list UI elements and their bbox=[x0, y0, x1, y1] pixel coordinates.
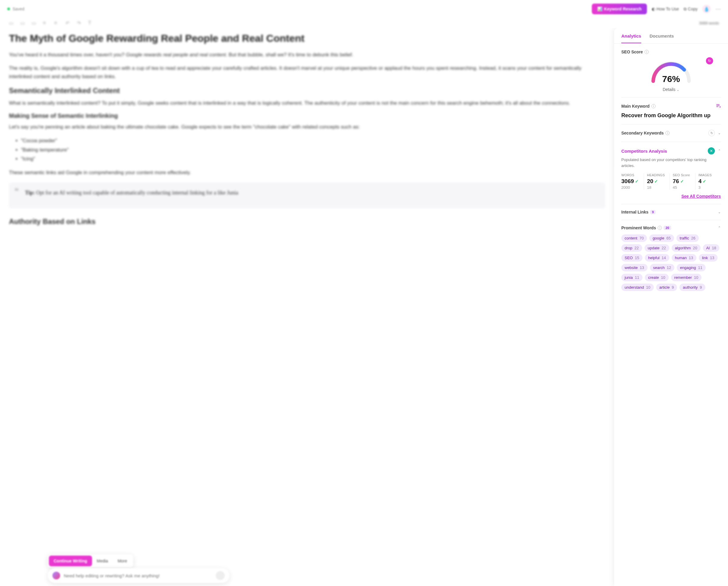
toolbar-icon[interactable]: ▭ bbox=[9, 20, 14, 26]
internal-links-label[interactable]: Internal Links 9 bbox=[621, 210, 656, 214]
stats-grid: WORDS 3069✓ 2000 HEADINGS 20✓ 18 SEO Sco… bbox=[621, 173, 721, 190]
toolbar-icon[interactable]: ≡ bbox=[54, 20, 60, 26]
saved-indicator-icon bbox=[7, 7, 10, 10]
tab-documents[interactable]: Documents bbox=[650, 33, 674, 43]
stat-headings: HEADINGS 20✓ 18 bbox=[644, 173, 670, 190]
check-icon: ✓ bbox=[635, 179, 639, 184]
tool-badge-icon[interactable]: ✕ bbox=[708, 147, 715, 154]
copy-link[interactable]: ⧉ Copy bbox=[684, 6, 698, 11]
word-chip[interactable]: SEO15 bbox=[621, 254, 643, 262]
keyword-research-icon: 📊 bbox=[597, 6, 602, 11]
word-chip[interactable]: remember10 bbox=[671, 274, 702, 281]
chevron-down-icon[interactable]: ⌄ bbox=[718, 131, 721, 135]
continue-writing-button[interactable]: Continue Writing bbox=[49, 556, 92, 566]
check-icon: ✓ bbox=[703, 179, 706, 184]
toolbar-icon[interactable]: ▭ bbox=[32, 20, 37, 26]
media-button[interactable]: Media bbox=[92, 556, 113, 566]
chevron-down-icon[interactable]: ⌄ bbox=[718, 210, 721, 214]
chevron-down-icon: ⌄ bbox=[676, 88, 679, 92]
prominent-words-label[interactable]: Prominent Words i 20 bbox=[621, 225, 671, 230]
tab-analytics[interactable]: Analytics bbox=[621, 33, 641, 43]
top-bar: Saved 📊 Keyword Research ◐ How To Use ⧉ … bbox=[0, 0, 728, 18]
more-button[interactable]: More bbox=[113, 556, 132, 566]
seo-score-label: SEO Score i bbox=[621, 49, 721, 54]
word-chip[interactable]: engaging11 bbox=[677, 264, 706, 271]
toolbar-icon[interactable]: ≡ bbox=[43, 20, 48, 26]
competitors-analysis-title[interactable]: Competitors Analysis bbox=[621, 148, 667, 153]
word-count: 3069 words bbox=[699, 21, 719, 25]
details-toggle[interactable]: Details ⌄ bbox=[621, 87, 721, 92]
ask-input-bar[interactable] bbox=[48, 568, 230, 583]
ai-avatar-icon bbox=[52, 572, 60, 580]
word-chip[interactable]: algorithm20 bbox=[672, 244, 701, 252]
word-chip[interactable]: google65 bbox=[649, 235, 674, 242]
editor-content[interactable]: The Myth of Google Rewarding Real People… bbox=[0, 28, 614, 586]
stat-images: IMAGES 4✓ 3 bbox=[696, 173, 721, 190]
word-chip[interactable]: website13 bbox=[621, 264, 648, 271]
edit-keyword-icon[interactable] bbox=[716, 103, 721, 109]
check-icon: ✓ bbox=[654, 179, 658, 184]
word-chip[interactable]: content70 bbox=[621, 235, 647, 242]
stat-words: WORDS 3069✓ 2000 bbox=[621, 173, 644, 190]
floating-toolbar: Continue Writing Media More bbox=[48, 554, 133, 567]
info-icon[interactable]: i bbox=[651, 104, 656, 108]
word-chip[interactable]: article9 bbox=[656, 284, 677, 291]
word-chip[interactable]: understand10 bbox=[621, 284, 654, 291]
seo-score-value: 76% bbox=[649, 74, 694, 84]
word-chip[interactable]: create10 bbox=[645, 274, 669, 281]
keyword-research-button[interactable]: 📊 Keyword Research bbox=[592, 4, 647, 14]
toolbar-icon[interactable]: T bbox=[88, 20, 94, 26]
tip-box: ❝ Tip: Opt for an AI writing tool capabl… bbox=[9, 182, 605, 209]
send-button[interactable] bbox=[216, 571, 225, 580]
competitors-description: Populated based on your competitors' top… bbox=[621, 157, 721, 169]
toolbar-icon[interactable]: ▭ bbox=[20, 20, 26, 26]
prominent-words-chips: content70google65traffic26drop22update22… bbox=[621, 235, 721, 291]
saved-label: Saved bbox=[12, 6, 24, 11]
editor-toolbar: ▭ ▭ ▭ ≡ ≡ ↶ ↷ T 3069 words bbox=[0, 18, 728, 28]
refresh-score-button[interactable]: ↻ bbox=[706, 57, 713, 65]
article-title: The Myth of Google Rewarding Real People… bbox=[9, 32, 605, 45]
user-avatar[interactable]: 💧 bbox=[702, 5, 711, 13]
word-chip[interactable]: human13 bbox=[672, 254, 696, 262]
quote-icon: ❝ bbox=[14, 186, 19, 196]
word-chip[interactable]: update22 bbox=[645, 244, 669, 252]
undo-icon[interactable]: ↶ bbox=[66, 20, 71, 26]
word-chip[interactable]: junia11 bbox=[621, 274, 643, 281]
word-chip[interactable]: search12 bbox=[650, 264, 675, 271]
info-icon[interactable]: i bbox=[645, 50, 649, 54]
chevron-up-icon[interactable]: ⌃ bbox=[718, 226, 721, 230]
word-chip[interactable]: link13 bbox=[699, 254, 718, 262]
analytics-sidebar: › Analytics Documents SEO Score i ↻ bbox=[614, 28, 728, 586]
check-icon: ✓ bbox=[680, 179, 684, 184]
chevron-up-icon[interactable]: ⌃ bbox=[718, 149, 721, 153]
seo-score-gauge: 76% bbox=[649, 57, 694, 84]
more-menu-icon[interactable]: ⋯ bbox=[716, 6, 721, 12]
word-chip[interactable]: AI18 bbox=[703, 244, 720, 252]
stat-seo: SEO Score 76✓ 45 bbox=[670, 173, 696, 190]
main-keyword-value: Recover from Google Algorithm up bbox=[621, 113, 721, 119]
word-chip[interactable]: traffic26 bbox=[676, 235, 699, 242]
secondary-keywords-label: Secondary Keywords i bbox=[621, 131, 670, 136]
see-all-competitors-link[interactable]: See All Competitors bbox=[621, 194, 721, 199]
main-keyword-label: Main Keyword i bbox=[621, 104, 656, 108]
word-chip[interactable]: authority9 bbox=[679, 284, 705, 291]
word-chip[interactable]: drop22 bbox=[621, 244, 642, 252]
ask-input[interactable] bbox=[64, 573, 212, 578]
redo-icon[interactable]: ↷ bbox=[77, 20, 82, 26]
refresh-icon[interactable]: ↻ bbox=[708, 130, 715, 136]
word-chip[interactable]: helpful14 bbox=[645, 254, 669, 262]
how-to-use-link[interactable]: ◐ How To Use bbox=[652, 6, 679, 11]
info-icon[interactable]: i bbox=[658, 226, 662, 230]
info-icon[interactable]: i bbox=[666, 131, 670, 135]
